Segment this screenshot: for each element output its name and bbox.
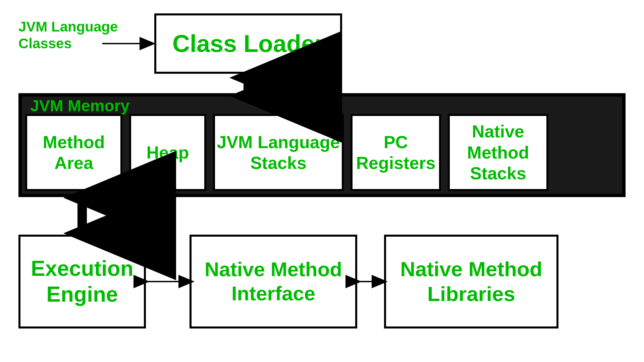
- memory-boxes-container: MethodArea Heap JVM LanguageStacks PCReg…: [25, 114, 548, 191]
- native-method-stacks-box: NativeMethodStacks: [448, 114, 548, 191]
- class-loader-label: Class Loader: [172, 30, 324, 57]
- heap-box: Heap: [129, 114, 206, 191]
- jvm-architecture-diagram: JVM LanguageClasses Class Loader JVM Mem…: [0, 0, 644, 362]
- jvm-language-classes-label: JVM LanguageClasses: [18, 18, 118, 52]
- native-method-interface-box: Native MethodInterface: [190, 235, 357, 328]
- method-area-label: MethodArea: [43, 132, 105, 174]
- method-area-box: MethodArea: [25, 114, 122, 191]
- jvm-language-stacks-label: JVM LanguageStacks: [217, 132, 340, 174]
- jvm-memory-label: JVM Memory: [30, 97, 129, 115]
- pc-registers-label: PCRegisters: [356, 132, 436, 174]
- execution-engine-label: ExecutionEngine: [31, 256, 133, 307]
- native-method-libraries-box: Native MethodLibraries: [384, 235, 558, 328]
- native-method-libraries-label: Native MethodLibraries: [400, 257, 542, 307]
- bottom-row-container: ExecutionEngine Native MethodInterface N…: [18, 235, 558, 328]
- native-method-stacks-label: NativeMethodStacks: [467, 121, 529, 184]
- jvm-language-stacks-box: JVM LanguageStacks: [213, 114, 344, 191]
- class-loader-box: Class Loader: [154, 13, 342, 74]
- pc-registers-box: PCRegisters: [351, 114, 441, 191]
- execution-engine-box: ExecutionEngine: [18, 235, 146, 328]
- native-method-interface-label: Native MethodInterface: [205, 257, 342, 306]
- heap-label: Heap: [146, 142, 189, 163]
